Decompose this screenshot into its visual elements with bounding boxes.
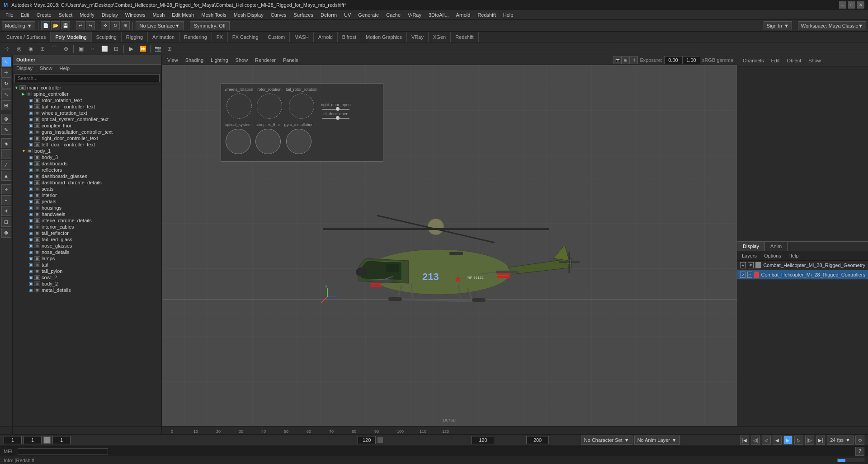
go-start-button[interactable]: |◀ [740, 436, 749, 445]
tab-poly-modeling[interactable]: Poly Modeling [51, 32, 91, 42]
open-button[interactable]: 📂 [51, 21, 60, 30]
outliner-item[interactable]: ▼ ⊞ body_1 [13, 148, 161, 154]
camera-tool[interactable]: ▪ [1, 195, 11, 205]
tab-redshift[interactable]: Redshift [451, 32, 478, 42]
tab-mash[interactable]: MASH [290, 32, 314, 42]
outliner-item[interactable]: ▣ ⊞ guns_installation_controller_text [13, 129, 161, 135]
menu-uv[interactable]: UV [340, 11, 354, 19]
modeling-mode-dropdown[interactable]: Modeling ▼ [2, 21, 35, 30]
soft-select-tool[interactable]: ⊚ [1, 114, 11, 124]
key-frame-input[interactable] [24, 436, 42, 444]
tab-animation[interactable]: Animation [148, 32, 179, 42]
camera-button[interactable]: 📷 [152, 43, 163, 54]
playback-options-button[interactable]: ⚙ [855, 436, 864, 445]
gyro-circle[interactable] [286, 129, 311, 154]
polysphere-button[interactable]: ○ [87, 43, 98, 54]
wheels-circle[interactable] [226, 94, 252, 119]
menu-generate[interactable]: Generate [354, 11, 382, 19]
menu-windows[interactable]: Windows [122, 11, 149, 19]
sign-in-button[interactable]: Sign In▼ [764, 21, 792, 30]
select-tool[interactable]: ↖ [1, 57, 11, 67]
outliner-item[interactable]: ▣ ⊞ tail_pylon [13, 268, 161, 274]
extrudeface-button[interactable]: ⊡ [111, 43, 122, 54]
component-icon[interactable]: ◈ [1, 138, 11, 148]
outliner-item[interactable]: ▣ ⊞ lamps [13, 255, 161, 262]
select-tool-button[interactable]: ⊹ [2, 43, 13, 54]
render-seq-button[interactable]: ⏩ [137, 43, 148, 54]
paint-weight-tool[interactable]: ✎ [1, 125, 11, 135]
render-button[interactable]: ▶ [126, 43, 137, 54]
outliner-item[interactable]: ▣ ⊞ optical_system_controller_text [13, 116, 161, 122]
outliner-item[interactable]: ▣ ⊞ rotor_rotation_text [13, 97, 161, 103]
move-tool[interactable]: ✛ [1, 68, 11, 78]
menu-cache[interactable]: Cache [382, 11, 404, 19]
menu-help[interactable]: Help [500, 11, 517, 19]
menu-deform[interactable]: Deform [317, 11, 340, 19]
viewport-menu-renderer[interactable]: Renderer [251, 56, 279, 64]
move-tool-button[interactable]: ✛ [101, 21, 110, 30]
menu-display[interactable]: Display [98, 11, 122, 19]
channel-tab-channels[interactable]: Channels [741, 57, 765, 64]
vertex-icon[interactable]: · [1, 149, 11, 159]
minimize-button[interactable]: ─ [839, 1, 846, 9]
tab-rigging[interactable]: Rigging [122, 32, 148, 42]
tail-rotor-circle[interactable] [289, 94, 314, 119]
exposure-input[interactable] [664, 56, 682, 64]
prev-key-button[interactable]: ◁| [751, 436, 760, 445]
help-button[interactable]: ? [855, 447, 864, 456]
layer-item-controllers[interactable]: V P Combat_Helicopter_Mi_28_Rigged_Contr… [737, 270, 868, 280]
layer-p-geometry[interactable]: P [748, 262, 754, 268]
outliner-item[interactable]: ▣ ⊞ nose_details [13, 249, 161, 255]
menu-vray[interactable]: V-Ray [404, 11, 425, 19]
layers-menu-options[interactable]: Options [761, 252, 784, 259]
menu-edit-mesh[interactable]: Edit Mesh [168, 11, 198, 19]
menu-select[interactable]: Select [55, 11, 76, 19]
outliner-item[interactable]: ▣ ⊞ handweels [13, 211, 161, 217]
menu-create[interactable]: Create [33, 11, 55, 19]
optical-circle[interactable] [226, 129, 251, 154]
channel-tab-show[interactable]: Show [807, 57, 823, 64]
rotate-tool[interactable]: ↻ [1, 79, 11, 89]
viewport-menu-lighting[interactable]: Lighting [207, 56, 232, 64]
outliner-item[interactable]: ▣ ⊞ tail_rotor_controller_text [13, 103, 161, 110]
grid-toggle-button[interactable]: ⊞ [622, 56, 630, 64]
outliner-item[interactable]: ▣ ⊞ interior_cables [13, 224, 161, 230]
step-forward-button[interactable]: ▷ [794, 436, 803, 445]
outliner-item[interactable]: ▣ ⊞ body_2 [13, 281, 161, 287]
search-input[interactable] [14, 74, 160, 82]
universal-tool[interactable]: ⊞ [1, 100, 11, 110]
tab-fx[interactable]: FX [212, 32, 228, 42]
outliner-item[interactable]: ▣ ⊞ dashboards [13, 160, 161, 167]
outliner-item[interactable]: ▣ ⊞ reflectors [13, 167, 161, 173]
close-button[interactable]: ✕ [857, 1, 864, 9]
tab-rendering[interactable]: Rendering [179, 32, 212, 42]
outliner-item[interactable]: ▣ ⊞ dashboard_chrome_details [13, 179, 161, 186]
symmetry-button[interactable]: Symmetry: Off [190, 21, 230, 30]
channel-tab-edit[interactable]: Edit [769, 57, 781, 64]
tab-motion-graphics[interactable]: Motion Graphics [361, 32, 407, 42]
rotate-tool-button[interactable]: ↻ [111, 21, 120, 30]
layers-menu-layers[interactable]: Layers [739, 252, 760, 259]
paint-sel-button[interactable]: ◉ [25, 43, 36, 54]
outliner-item[interactable]: ▣ ⊞ cowl_2 [13, 274, 161, 281]
hud-toggle-button[interactable]: ℹ [630, 56, 638, 64]
face-icon[interactable]: ▲ [1, 171, 11, 181]
grid-tool[interactable]: ⊟ [1, 217, 11, 227]
menu-edit[interactable]: Edit [17, 11, 33, 19]
menu-surfaces[interactable]: Surfaces [290, 11, 317, 19]
light-tool[interactable]: ☀ [1, 206, 11, 216]
outliner-item[interactable]: ▣ ⊞ complex_thor [13, 122, 161, 129]
outliner-menu-help[interactable]: Help [56, 65, 74, 72]
workspace-dropdown[interactable]: Workspace: Maya Classic▼ [798, 21, 866, 30]
edge-icon[interactable]: ∕ [1, 160, 11, 170]
character-set-dropdown[interactable]: No Character Set▼ [581, 436, 632, 445]
range-end-input[interactable] [472, 436, 494, 444]
outliner-item[interactable]: ▶ ⊞ spine_controller [13, 91, 161, 97]
redo-button[interactable]: ↪ [86, 21, 95, 30]
channel-tab-object[interactable]: Object [785, 57, 803, 64]
viewport-menu-panels[interactable]: Panels [279, 56, 302, 64]
anim-tab[interactable]: Anim [765, 242, 788, 251]
outliner-item[interactable]: ▣ ⊞ nose_glasses [13, 243, 161, 249]
menu-mesh[interactable]: Mesh [149, 11, 168, 19]
gain-input[interactable] [682, 56, 700, 64]
